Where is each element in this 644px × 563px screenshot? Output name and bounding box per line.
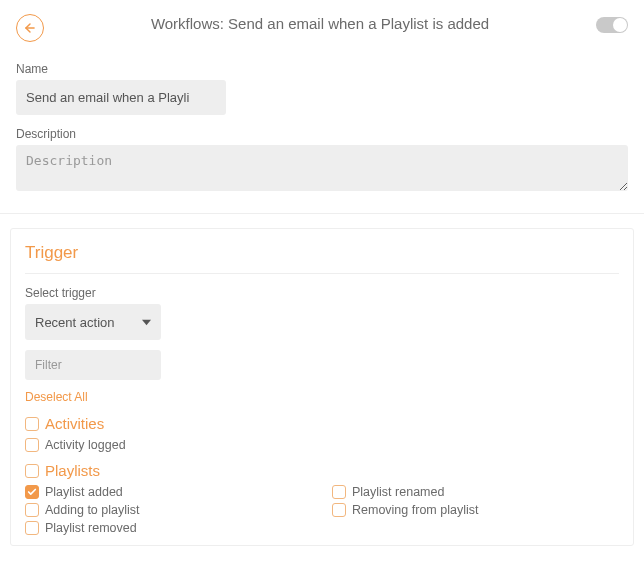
back-button[interactable] (16, 14, 44, 42)
trigger-option[interactable]: Playlist added (25, 485, 312, 499)
page-title: Workflows: Send an email when a Playlist… (44, 14, 596, 34)
group-title: Playlists (45, 462, 100, 479)
group-title: Activities (45, 415, 104, 432)
name-input[interactable] (16, 80, 226, 115)
name-label: Name (16, 62, 628, 76)
enable-toggle[interactable] (596, 17, 628, 33)
trigger-select[interactable]: Recent action (25, 304, 161, 340)
checkbox[interactable] (25, 417, 39, 431)
checkbox[interactable] (25, 521, 39, 535)
trigger-option[interactable]: Removing from playlist (332, 503, 619, 517)
trigger-select-value: Recent action (35, 315, 115, 330)
option-label: Adding to playlist (45, 503, 140, 517)
option-label: Playlist added (45, 485, 123, 499)
group-header: Activities (25, 415, 619, 432)
checkbox[interactable] (332, 503, 346, 517)
checkbox[interactable] (25, 464, 39, 478)
checkbox[interactable] (25, 485, 39, 499)
description-input[interactable] (16, 145, 628, 191)
option-label: Playlist renamed (352, 485, 444, 499)
arrow-left-icon (23, 21, 37, 35)
filter-input[interactable] (25, 350, 161, 380)
checkbox[interactable] (25, 503, 39, 517)
checkbox[interactable] (332, 485, 346, 499)
trigger-option[interactable]: Adding to playlist (25, 503, 312, 517)
caret-down-icon (142, 318, 151, 327)
option-label: Playlist removed (45, 521, 137, 535)
trigger-section-title: Trigger (25, 243, 619, 274)
trigger-card: Trigger Select trigger Recent action Des… (10, 228, 634, 546)
trigger-option[interactable]: Activity logged (25, 438, 619, 452)
description-label: Description (16, 127, 628, 141)
select-trigger-label: Select trigger (25, 286, 619, 300)
checkbox[interactable] (25, 438, 39, 452)
trigger-option[interactable]: Playlist removed (25, 521, 312, 535)
trigger-option[interactable]: Playlist renamed (332, 485, 619, 499)
divider (0, 213, 644, 214)
deselect-all-link[interactable]: Deselect All (25, 390, 88, 404)
group-header: Playlists (25, 462, 619, 479)
option-label: Removing from playlist (352, 503, 478, 517)
option-label: Activity logged (45, 438, 126, 452)
